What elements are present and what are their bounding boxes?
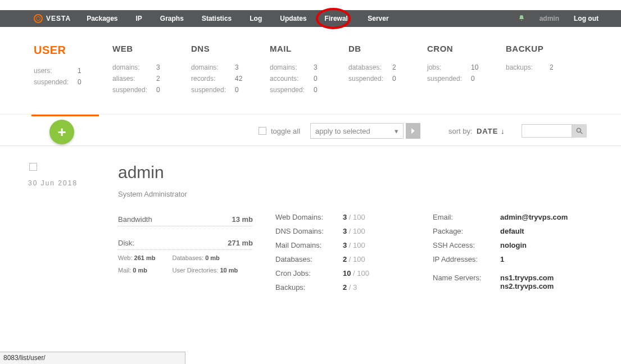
usage-column: Bandwidth 13 mb Disk: 271 mb Web: 261 mb… xyxy=(118,213,275,297)
info-row: Email:admin@tryvps.com xyxy=(433,213,579,221)
nav-items: PackagesIPGraphsStatisticsLogUpdatesFire… xyxy=(87,15,389,22)
stat-line: jobs:10 xyxy=(427,63,506,71)
stat-title: DB xyxy=(348,44,427,53)
nav-graphs[interactable]: Graphs xyxy=(160,15,184,22)
row-checkbox[interactable] xyxy=(29,163,37,171)
brand-logo[interactable]: VESTA xyxy=(34,14,71,23)
stat-user[interactable]: USERusers:1suspended:0 xyxy=(34,44,112,97)
row-date: 30 Jun 2018 xyxy=(28,179,101,187)
notifications-icon[interactable] xyxy=(518,15,525,23)
search-box xyxy=(522,124,587,138)
stat-title: BACKUP xyxy=(506,44,584,53)
search-input[interactable] xyxy=(522,124,572,138)
search-button[interactable] xyxy=(572,124,587,138)
info-column: Email:admin@tryvps.comPackage:defaultSSH… xyxy=(433,213,579,297)
stat-cron[interactable]: CRONjobs:10suspended:0 xyxy=(427,44,506,97)
limit-row: Web Domains:3 / 100 xyxy=(275,213,433,221)
user-row: 30 Jun 2018 admin System Administrator B… xyxy=(0,146,621,320)
list-toolbar: + toggle all apply to selected ▾ sort by… xyxy=(0,116,621,146)
stat-line: backups:2 xyxy=(506,63,584,71)
stat-db[interactable]: DBdatabases:2suspended:0 xyxy=(348,44,427,97)
stat-backup[interactable]: BACKUPbackups:2 xyxy=(506,44,584,97)
stat-line: suspended:0 xyxy=(427,75,506,83)
info-row: IP Addresses:1 xyxy=(433,255,579,263)
nav-packages[interactable]: Packages xyxy=(87,15,117,22)
stat-line: domains:3 xyxy=(191,63,270,71)
category-stats: USERusers:1suspended:0WEBdomains:3aliase… xyxy=(0,27,621,115)
nameservers-row: Name Servers:ns1.tryvps.comns2.tryvps.co… xyxy=(433,274,579,290)
user-name[interactable]: admin xyxy=(118,163,596,182)
stat-line: suspended:0 xyxy=(270,86,348,94)
nav-firewall[interactable]: Firewall xyxy=(325,15,350,22)
toggle-all-label: toggle all xyxy=(271,127,300,135)
stat-line: accounts:0 xyxy=(270,75,348,83)
stat-title: USER xyxy=(34,44,112,57)
nav-log[interactable]: Log xyxy=(250,15,262,22)
stat-line: domains:3 xyxy=(112,63,191,71)
nav-updates[interactable]: Updates xyxy=(280,15,306,22)
stat-dns[interactable]: DNSdomains:3records:42suspended:0 xyxy=(191,44,270,97)
stat-title: CRON xyxy=(427,44,506,53)
user-role: System Administrator xyxy=(118,190,596,198)
info-row: Package:default xyxy=(433,227,579,235)
logout-link[interactable]: Log out xyxy=(574,15,599,22)
bandwidth-label: Bandwidth xyxy=(118,215,152,224)
limit-row: Mail Domains:3 / 100 xyxy=(275,241,433,249)
stat-mail[interactable]: MAILdomains:3accounts:0suspended:0 xyxy=(270,44,348,97)
stat-title: DNS xyxy=(191,44,270,53)
bulk-action-label: apply to selected xyxy=(315,127,370,135)
info-row: SSH Access:nologin xyxy=(433,241,579,249)
add-button[interactable]: + xyxy=(49,120,74,144)
stat-line: suspended:0 xyxy=(191,86,270,94)
limit-row: Backups:2 / 3 xyxy=(275,283,433,292)
stat-line: users:1 xyxy=(34,67,112,75)
top-navbar: VESTA PackagesIPGraphsStatisticsLogUpdat… xyxy=(0,10,621,27)
svg-point-0 xyxy=(577,128,581,132)
stat-line: domains:3 xyxy=(270,63,348,71)
bulk-action-select[interactable]: apply to selected ▾ xyxy=(310,123,404,139)
nav-server[interactable]: Server xyxy=(368,15,388,22)
stat-line: suspended:0 xyxy=(34,78,112,86)
limit-row: DNS Domains:3 / 100 xyxy=(275,227,433,235)
limit-row: Databases:2 / 100 xyxy=(275,255,433,263)
disk-label: Disk: xyxy=(118,239,134,247)
toggle-all-checkbox[interactable] xyxy=(259,127,266,135)
brand-text: VESTA xyxy=(46,15,71,22)
stat-title: WEB xyxy=(112,44,191,53)
chevron-down-icon: ▾ xyxy=(395,127,398,135)
logo-icon xyxy=(34,14,43,23)
bandwidth-value: 13 mb xyxy=(232,215,253,224)
stat-line: databases:2 xyxy=(348,63,427,71)
disk-value: 271 mb xyxy=(228,239,253,247)
annotation-circle xyxy=(316,8,351,29)
nav-statistics[interactable]: Statistics xyxy=(202,15,232,22)
current-user-link[interactable]: admin xyxy=(540,15,559,22)
svg-line-1 xyxy=(581,132,583,134)
bulk-action-go[interactable] xyxy=(406,123,420,139)
limit-row: Cron Jobs:10 / 100 xyxy=(275,269,433,277)
sort-control[interactable]: sort by: DATE ↓ xyxy=(448,127,505,135)
nav-ip[interactable]: IP xyxy=(136,15,142,22)
stat-web[interactable]: WEBdomains:3aliases:2suspended:0 xyxy=(112,44,191,97)
stat-line: aliases:2 xyxy=(112,75,191,83)
limits-column: Web Domains:3 / 100DNS Domains:3 / 100Ma… xyxy=(275,213,433,297)
stat-line: suspended:0 xyxy=(112,86,191,94)
disk-breakdown: Web: 261 mbMail: 0 mbDatabases: 0 mbUser… xyxy=(118,254,275,274)
stat-line: records:42 xyxy=(191,75,270,83)
stat-line: suspended:0 xyxy=(348,75,427,83)
stat-title: MAIL xyxy=(270,44,348,53)
